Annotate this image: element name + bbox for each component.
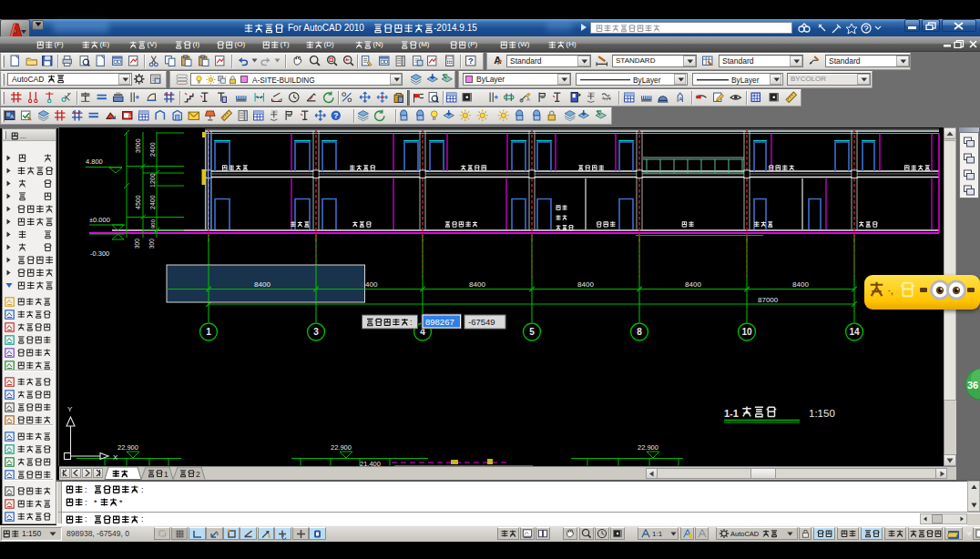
svg-text:?: ? (333, 111, 338, 120)
svg-text:8400: 8400 (469, 280, 485, 289)
svg-text:X: X (113, 453, 118, 462)
svg-text:A: A (10, 115, 14, 120)
svg-text:8400: 8400 (254, 280, 271, 289)
svg-text:±0.000: ±0.000 (89, 216, 110, 224)
svg-text:22.900: 22.900 (638, 443, 658, 452)
svg-text::: : (410, 318, 413, 327)
svg-text:?: ? (468, 57, 474, 66)
svg-text:1: 1 (206, 327, 211, 337)
svg-text:2400: 2400 (149, 195, 156, 209)
svg-text:1:150: 1:150 (809, 408, 835, 419)
svg-text:3: 3 (313, 327, 319, 337)
svg-text:1: 1 (128, 114, 131, 119)
svg-text:14: 14 (849, 327, 860, 337)
svg-text:300: 300 (134, 239, 140, 249)
svg-text:8400: 8400 (685, 280, 701, 289)
svg-text:-0.300: -0.300 (90, 249, 109, 258)
svg-text:22.900: 22.900 (331, 443, 352, 452)
svg-text:300: 300 (148, 239, 155, 249)
svg-text:87000: 87000 (758, 296, 779, 304)
svg-text:1-1: 1-1 (724, 408, 739, 419)
svg-text:100: 100 (588, 91, 596, 96)
svg-text:1200: 1200 (149, 173, 156, 188)
svg-text:900: 900 (150, 219, 156, 229)
svg-text:10: 10 (741, 327, 752, 337)
svg-text:-67549: -67549 (468, 317, 495, 327)
svg-text:21.400: 21.400 (360, 460, 381, 467)
svg-text:4500: 4500 (135, 195, 141, 209)
svg-text:5: 5 (529, 327, 535, 337)
svg-text:Y: Y (67, 405, 73, 413)
svg-text:898267: 898267 (425, 317, 454, 327)
svg-text:22.900: 22.900 (117, 443, 138, 452)
svg-text:3900: 3900 (135, 138, 141, 153)
svg-text:8400: 8400 (577, 280, 594, 289)
svg-text:100: 100 (271, 109, 279, 114)
svg-text:4.800: 4.800 (86, 158, 103, 166)
svg-text:8400: 8400 (792, 280, 809, 289)
svg-text:A: A (526, 97, 530, 103)
svg-text:2400: 2400 (149, 142, 156, 157)
svg-text:8: 8 (637, 327, 642, 337)
svg-text:36: 36 (967, 380, 978, 391)
